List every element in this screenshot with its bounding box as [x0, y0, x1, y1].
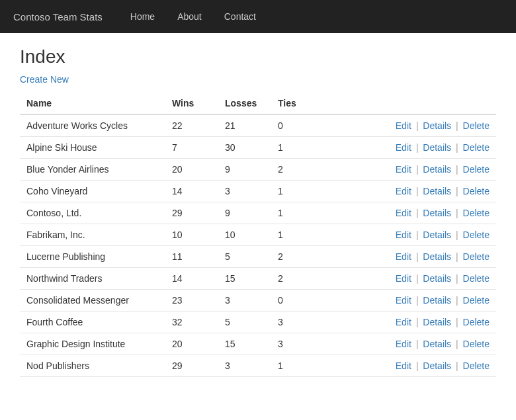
action-sep-2: |	[453, 186, 460, 196]
delete-link[interactable]: Delete	[463, 295, 490, 306]
cell-actions: Edit | Details | Delete	[324, 202, 496, 224]
edit-link[interactable]: Edit	[396, 273, 411, 284]
cell-ties: 3	[271, 333, 324, 355]
edit-link[interactable]: Edit	[396, 317, 411, 327]
cell-losses: 3	[218, 181, 271, 202]
action-sep-2: |	[453, 360, 460, 371]
nav-links: Home About Contact	[122, 8, 264, 25]
edit-link[interactable]: Edit	[396, 339, 411, 349]
delete-link[interactable]: Delete	[463, 360, 490, 371]
details-link[interactable]: Details	[423, 317, 451, 327]
cell-actions: Edit | Details | Delete	[324, 159, 496, 181]
action-sep-2: |	[453, 295, 460, 306]
create-new-link[interactable]: Create New	[20, 74, 69, 85]
delete-link[interactable]: Delete	[463, 230, 490, 240]
cell-losses: 10	[218, 224, 271, 246]
cell-wins: 20	[165, 159, 218, 181]
cell-losses: 30	[218, 137, 271, 159]
details-link[interactable]: Details	[423, 230, 451, 240]
edit-link[interactable]: Edit	[396, 230, 411, 240]
col-header-losses: Losses	[218, 93, 271, 114]
delete-link[interactable]: Delete	[463, 317, 490, 327]
nav-link-home[interactable]: Home	[122, 8, 163, 25]
navbar: Contoso Team Stats Home About Contact	[0, 0, 516, 33]
details-link[interactable]: Details	[423, 339, 451, 349]
details-link[interactable]: Details	[423, 142, 451, 153]
cell-name: Fabrikam, Inc.	[20, 224, 165, 246]
details-link[interactable]: Details	[423, 273, 451, 284]
cell-wins: 11	[165, 246, 218, 268]
details-link[interactable]: Details	[423, 360, 451, 371]
cell-wins: 23	[165, 290, 218, 312]
delete-link[interactable]: Delete	[463, 273, 490, 284]
delete-link[interactable]: Delete	[463, 142, 490, 153]
table-row: Fourth Coffee3253Edit | Details | Delete	[20, 312, 496, 333]
edit-link[interactable]: Edit	[396, 208, 411, 218]
page-content: Index Create New Name Wins Losses Ties A…	[0, 33, 516, 390]
cell-name: Contoso, Ltd.	[20, 202, 165, 224]
cell-ties: 2	[271, 268, 324, 290]
edit-link[interactable]: Edit	[396, 120, 411, 131]
action-sep-2: |	[453, 317, 460, 327]
action-sep-2: |	[453, 142, 460, 153]
col-header-name: Name	[20, 93, 165, 114]
cell-ties: 3	[271, 312, 324, 333]
cell-name: Lucerne Publishing	[20, 246, 165, 268]
edit-link[interactable]: Edit	[396, 360, 411, 371]
action-sep-2: |	[453, 164, 460, 175]
edit-link[interactable]: Edit	[396, 164, 411, 175]
details-link[interactable]: Details	[423, 186, 451, 196]
cell-actions: Edit | Details | Delete	[324, 181, 496, 202]
details-link[interactable]: Details	[423, 120, 451, 131]
details-link[interactable]: Details	[423, 295, 451, 306]
cell-name: Coho Vineyard	[20, 181, 165, 202]
delete-link[interactable]: Delete	[463, 186, 490, 196]
action-sep-2: |	[453, 120, 460, 131]
table-header: Name Wins Losses Ties	[20, 93, 496, 114]
nav-link-about[interactable]: About	[169, 8, 210, 25]
delete-link[interactable]: Delete	[463, 339, 490, 349]
cell-actions: Edit | Details | Delete	[324, 333, 496, 355]
delete-link[interactable]: Delete	[463, 120, 490, 131]
action-sep-2: |	[453, 339, 460, 349]
cell-name: Graphic Design Institute	[20, 333, 165, 355]
cell-actions: Edit | Details | Delete	[324, 312, 496, 333]
cell-ties: 0	[271, 290, 324, 312]
cell-name: Adventure Works Cycles	[20, 114, 165, 137]
cell-actions: Edit | Details | Delete	[324, 290, 496, 312]
cell-ties: 1	[271, 137, 324, 159]
nav-link-contact[interactable]: Contact	[216, 8, 264, 25]
col-header-actions	[324, 93, 496, 114]
cell-losses: 9	[218, 202, 271, 224]
cell-ties: 2	[271, 246, 324, 268]
cell-ties: 2	[271, 159, 324, 181]
edit-link[interactable]: Edit	[396, 142, 411, 153]
cell-ties: 1	[271, 355, 324, 377]
delete-link[interactable]: Delete	[463, 164, 490, 175]
details-link[interactable]: Details	[423, 164, 451, 175]
details-link[interactable]: Details	[423, 208, 451, 218]
cell-actions: Edit | Details | Delete	[324, 114, 496, 137]
delete-link[interactable]: Delete	[463, 251, 490, 262]
details-link[interactable]: Details	[423, 251, 451, 262]
col-header-ties: Ties	[271, 93, 324, 114]
table-row: Blue Yonder Airlines2092Edit | Details |…	[20, 159, 496, 181]
delete-link[interactable]: Delete	[463, 208, 490, 218]
edit-link[interactable]: Edit	[396, 251, 411, 262]
action-sep-1: |	[413, 186, 421, 196]
cell-losses: 5	[218, 246, 271, 268]
cell-wins: 7	[165, 137, 218, 159]
table-row: Contoso, Ltd.2991Edit | Details | Delete	[20, 202, 496, 224]
cell-name: Blue Yonder Airlines	[20, 159, 165, 181]
table-row: Adventure Works Cycles22210Edit | Detail…	[20, 114, 496, 137]
cell-wins: 14	[165, 181, 218, 202]
table-row: Graphic Design Institute20153Edit | Deta…	[20, 333, 496, 355]
edit-link[interactable]: Edit	[396, 295, 411, 306]
action-sep-1: |	[413, 230, 421, 240]
edit-link[interactable]: Edit	[396, 186, 411, 196]
cell-actions: Edit | Details | Delete	[324, 137, 496, 159]
cell-ties: 1	[271, 224, 324, 246]
cell-losses: 3	[218, 290, 271, 312]
cell-losses: 3	[218, 355, 271, 377]
action-sep-1: |	[413, 120, 421, 131]
